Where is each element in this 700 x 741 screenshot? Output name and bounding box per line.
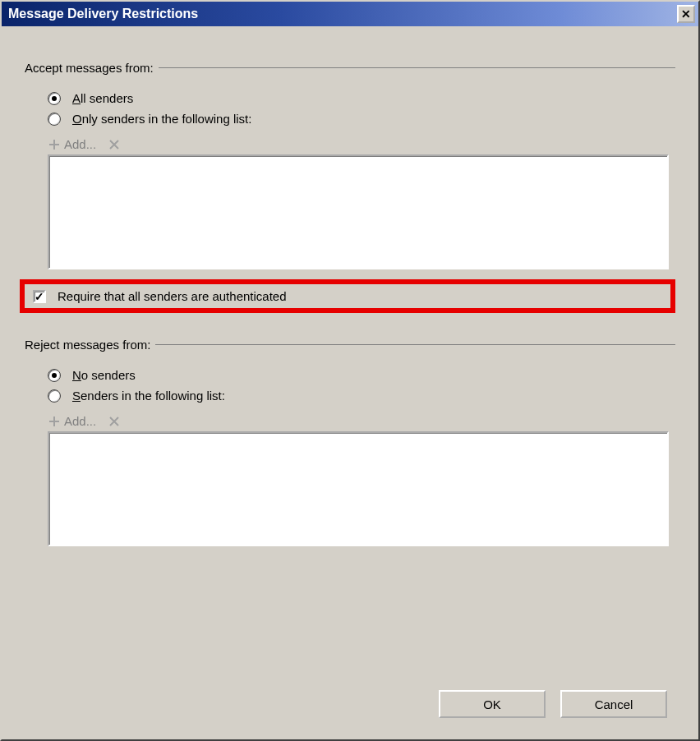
- accept-add-label: Add...: [64, 137, 96, 151]
- ok-button[interactable]: OK: [439, 690, 546, 718]
- require-auth-checkbox[interactable]: [33, 290, 46, 303]
- x-icon: [108, 415, 121, 428]
- reject-group: Reject messages from: No senders Senders…: [25, 338, 675, 555]
- radio-reject-list-label: Senders in the following list:: [72, 389, 225, 403]
- radio-no-senders-label: No senders: [72, 368, 136, 382]
- titlebar: Message Delivery Restrictions ✕: [2, 2, 698, 26]
- accept-legend: Accept messages from:: [25, 61, 159, 75]
- radio-reject-list-row[interactable]: Senders in the following list:: [48, 389, 675, 403]
- dialog-window: Message Delivery Restrictions ✕ Accept m…: [0, 0, 700, 741]
- radio-all-senders[interactable]: [48, 92, 61, 105]
- radio-only-list-label: Only senders in the following list:: [72, 112, 251, 126]
- reject-listbox[interactable]: [48, 431, 669, 546]
- close-icon: ✕: [681, 7, 691, 21]
- reject-remove-button[interactable]: [108, 415, 121, 428]
- radio-no-senders[interactable]: [48, 369, 61, 382]
- accept-toolbar: Add...: [48, 137, 675, 151]
- cancel-button[interactable]: Cancel: [560, 690, 667, 718]
- plus-icon: [48, 138, 61, 151]
- reject-add-label: Add...: [64, 414, 96, 428]
- radio-all-senders-label: All senders: [72, 91, 133, 105]
- require-auth-label: Require that all senders are authenticat…: [58, 289, 287, 303]
- accept-listbox[interactable]: [48, 154, 669, 269]
- require-auth-highlight: Require that all senders are authenticat…: [20, 279, 675, 313]
- plus-icon: [48, 415, 61, 428]
- accept-group: Accept messages from: All senders Only s…: [25, 61, 675, 278]
- reject-legend: Reject messages from:: [25, 338, 155, 352]
- reject-toolbar: Add...: [48, 414, 675, 428]
- window-title: Message Delivery Restrictions: [8, 7, 677, 21]
- close-button[interactable]: ✕: [677, 5, 695, 23]
- radio-no-senders-row[interactable]: No senders: [48, 368, 675, 382]
- accept-remove-button[interactable]: [108, 138, 121, 151]
- radio-only-list-row[interactable]: Only senders in the following list:: [48, 112, 675, 126]
- radio-only-list[interactable]: [48, 113, 61, 126]
- x-icon: [108, 138, 121, 151]
- accept-add-button[interactable]: Add...: [48, 137, 96, 151]
- dialog-content: Accept messages from: All senders Only s…: [2, 26, 698, 739]
- radio-reject-list[interactable]: [48, 389, 61, 403]
- reject-add-button[interactable]: Add...: [48, 414, 96, 428]
- radio-all-senders-row[interactable]: All senders: [48, 91, 675, 105]
- dialog-button-row: OK Cancel: [25, 675, 675, 723]
